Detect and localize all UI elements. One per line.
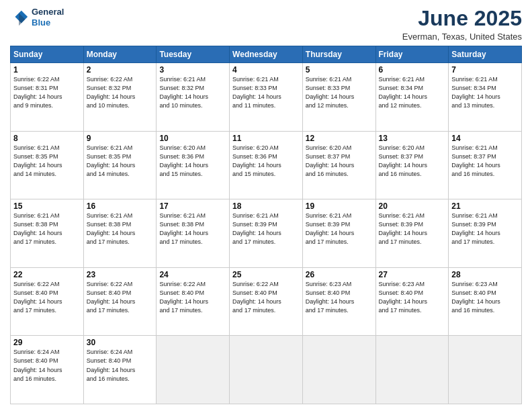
calendar-cell bbox=[230, 336, 303, 404]
day-number: 16 bbox=[87, 201, 154, 211]
day-number: 9 bbox=[87, 134, 154, 143]
calendar-cell: 17Sunrise: 6:21 AM Sunset: 8:38 PM Dayli… bbox=[157, 199, 230, 268]
day-info: Sunrise: 6:20 AM Sunset: 8:36 PM Dayligh… bbox=[232, 144, 300, 179]
day-number: 11 bbox=[232, 134, 300, 143]
day-info: Sunrise: 6:23 AM Sunset: 8:40 PM Dayligh… bbox=[451, 280, 519, 315]
header: General Blue June 2025 Everman, Texas, U… bbox=[10, 7, 522, 42]
day-number: 29 bbox=[13, 338, 81, 347]
weekday-header-monday: Monday bbox=[83, 46, 157, 63]
calendar-cell: 16Sunrise: 6:21 AM Sunset: 8:38 PM Dayli… bbox=[83, 199, 157, 268]
calendar-cell bbox=[375, 336, 449, 404]
day-info: Sunrise: 6:23 AM Sunset: 8:40 PM Dayligh… bbox=[306, 280, 373, 315]
day-info: Sunrise: 6:21 AM Sunset: 8:33 PM Dayligh… bbox=[232, 75, 300, 110]
week-row-1: 1Sunrise: 6:22 AM Sunset: 8:31 PM Daylig… bbox=[11, 63, 522, 132]
day-number: 14 bbox=[451, 134, 519, 143]
day-number: 5 bbox=[306, 65, 373, 75]
calendar-cell: 12Sunrise: 6:20 AM Sunset: 8:37 PM Dayli… bbox=[302, 131, 375, 199]
day-number: 3 bbox=[159, 65, 226, 75]
day-info: Sunrise: 6:21 AM Sunset: 8:32 PM Dayligh… bbox=[159, 75, 226, 110]
calendar-cell: 9Sunrise: 6:21 AM Sunset: 8:35 PM Daylig… bbox=[83, 131, 157, 199]
day-info: Sunrise: 6:22 AM Sunset: 8:40 PM Dayligh… bbox=[13, 280, 81, 315]
day-info: Sunrise: 6:21 AM Sunset: 8:38 PM Dayligh… bbox=[13, 212, 81, 246]
day-number: 21 bbox=[451, 201, 519, 211]
day-number: 18 bbox=[232, 201, 300, 211]
weekday-header-row: SundayMondayTuesdayWednesdayThursdayFrid… bbox=[11, 46, 522, 63]
calendar-cell: 22Sunrise: 6:22 AM Sunset: 8:40 PM Dayli… bbox=[11, 267, 84, 336]
day-info: Sunrise: 6:21 AM Sunset: 8:33 PM Dayligh… bbox=[306, 75, 373, 110]
day-number: 6 bbox=[379, 65, 446, 75]
calendar-cell: 11Sunrise: 6:20 AM Sunset: 8:36 PM Dayli… bbox=[230, 131, 303, 199]
day-number: 17 bbox=[159, 201, 226, 211]
calendar-cell bbox=[449, 336, 522, 404]
day-number: 19 bbox=[306, 201, 373, 211]
calendar-cell: 21Sunrise: 6:21 AM Sunset: 8:39 PM Dayli… bbox=[449, 199, 522, 268]
day-info: Sunrise: 6:21 AM Sunset: 8:35 PM Dayligh… bbox=[13, 144, 81, 179]
calendar-cell: 6Sunrise: 6:21 AM Sunset: 8:34 PM Daylig… bbox=[375, 63, 449, 132]
day-number: 30 bbox=[87, 338, 154, 347]
calendar-cell: 27Sunrise: 6:23 AM Sunset: 8:40 PM Dayli… bbox=[375, 267, 449, 336]
logo-icon bbox=[10, 8, 29, 27]
calendar-cell: 14Sunrise: 6:21 AM Sunset: 8:37 PM Dayli… bbox=[449, 131, 522, 199]
day-info: Sunrise: 6:20 AM Sunset: 8:36 PM Dayligh… bbox=[159, 144, 226, 179]
day-info: Sunrise: 6:22 AM Sunset: 8:32 PM Dayligh… bbox=[87, 75, 154, 110]
day-number: 27 bbox=[379, 270, 446, 279]
day-info: Sunrise: 6:21 AM Sunset: 8:39 PM Dayligh… bbox=[232, 212, 300, 246]
calendar-cell: 5Sunrise: 6:21 AM Sunset: 8:33 PM Daylig… bbox=[302, 63, 375, 132]
logo: General Blue bbox=[10, 7, 64, 28]
day-number: 13 bbox=[379, 134, 446, 143]
day-info: Sunrise: 6:21 AM Sunset: 8:34 PM Dayligh… bbox=[379, 75, 446, 110]
calendar-cell: 30Sunrise: 6:24 AM Sunset: 8:40 PM Dayli… bbox=[83, 336, 157, 404]
calendar-cell: 25Sunrise: 6:22 AM Sunset: 8:40 PM Dayli… bbox=[230, 267, 303, 336]
calendar-cell bbox=[302, 336, 375, 404]
day-info: Sunrise: 6:24 AM Sunset: 8:40 PM Dayligh… bbox=[87, 348, 154, 383]
day-number: 12 bbox=[306, 134, 373, 143]
calendar-cell: 7Sunrise: 6:21 AM Sunset: 8:34 PM Daylig… bbox=[449, 63, 522, 132]
calendar-cell: 29Sunrise: 6:24 AM Sunset: 8:40 PM Dayli… bbox=[11, 336, 84, 404]
calendar-cell: 13Sunrise: 6:20 AM Sunset: 8:37 PM Dayli… bbox=[375, 131, 449, 199]
week-row-5: 29Sunrise: 6:24 AM Sunset: 8:40 PM Dayli… bbox=[11, 336, 522, 404]
day-number: 2 bbox=[87, 65, 154, 75]
calendar-cell: 18Sunrise: 6:21 AM Sunset: 8:39 PM Dayli… bbox=[230, 199, 303, 268]
day-info: Sunrise: 6:21 AM Sunset: 8:39 PM Dayligh… bbox=[379, 212, 446, 246]
day-info: Sunrise: 6:22 AM Sunset: 8:40 PM Dayligh… bbox=[232, 280, 300, 315]
day-number: 15 bbox=[13, 201, 81, 211]
day-info: Sunrise: 6:21 AM Sunset: 8:35 PM Dayligh… bbox=[87, 144, 154, 179]
day-info: Sunrise: 6:21 AM Sunset: 8:39 PM Dayligh… bbox=[451, 212, 519, 246]
day-number: 25 bbox=[232, 270, 300, 279]
calendar-cell bbox=[157, 336, 230, 404]
weekday-header-sunday: Sunday bbox=[11, 46, 84, 63]
week-row-3: 15Sunrise: 6:21 AM Sunset: 8:38 PM Dayli… bbox=[11, 199, 522, 268]
weekday-header-tuesday: Tuesday bbox=[157, 46, 230, 63]
calendar-cell: 2Sunrise: 6:22 AM Sunset: 8:32 PM Daylig… bbox=[83, 63, 157, 132]
day-info: Sunrise: 6:20 AM Sunset: 8:37 PM Dayligh… bbox=[306, 144, 373, 179]
day-info: Sunrise: 6:21 AM Sunset: 8:38 PM Dayligh… bbox=[87, 212, 154, 246]
day-info: Sunrise: 6:20 AM Sunset: 8:37 PM Dayligh… bbox=[379, 144, 446, 179]
title-block: June 2025 Everman, Texas, United States bbox=[402, 7, 522, 42]
logo-text: General Blue bbox=[32, 7, 64, 28]
calendar-cell: 19Sunrise: 6:21 AM Sunset: 8:39 PM Dayli… bbox=[302, 199, 375, 268]
month-title: June 2025 bbox=[402, 7, 522, 30]
day-info: Sunrise: 6:21 AM Sunset: 8:34 PM Dayligh… bbox=[451, 75, 519, 110]
calendar-cell: 8Sunrise: 6:21 AM Sunset: 8:35 PM Daylig… bbox=[11, 131, 84, 199]
calendar-cell: 4Sunrise: 6:21 AM Sunset: 8:33 PM Daylig… bbox=[230, 63, 303, 132]
day-number: 26 bbox=[306, 270, 373, 279]
day-number: 1 bbox=[13, 65, 81, 75]
location: Everman, Texas, United States bbox=[402, 32, 522, 42]
day-number: 28 bbox=[451, 270, 519, 279]
day-number: 10 bbox=[159, 134, 226, 143]
day-number: 7 bbox=[451, 65, 519, 75]
calendar-cell: 1Sunrise: 6:22 AM Sunset: 8:31 PM Daylig… bbox=[11, 63, 84, 132]
calendar-cell: 28Sunrise: 6:23 AM Sunset: 8:40 PM Dayli… bbox=[449, 267, 522, 336]
day-number: 8 bbox=[13, 134, 81, 143]
day-number: 4 bbox=[232, 65, 300, 75]
day-number: 22 bbox=[13, 270, 81, 279]
weekday-header-thursday: Thursday bbox=[302, 46, 375, 63]
calendar-cell: 26Sunrise: 6:23 AM Sunset: 8:40 PM Dayli… bbox=[302, 267, 375, 336]
calendar-cell: 10Sunrise: 6:20 AM Sunset: 8:36 PM Dayli… bbox=[157, 131, 230, 199]
day-info: Sunrise: 6:22 AM Sunset: 8:40 PM Dayligh… bbox=[87, 280, 154, 315]
weekday-header-friday: Friday bbox=[375, 46, 449, 63]
day-number: 23 bbox=[87, 270, 154, 279]
calendar-cell: 23Sunrise: 6:22 AM Sunset: 8:40 PM Dayli… bbox=[83, 267, 157, 336]
weekday-header-saturday: Saturday bbox=[449, 46, 522, 63]
day-number: 24 bbox=[159, 270, 226, 279]
